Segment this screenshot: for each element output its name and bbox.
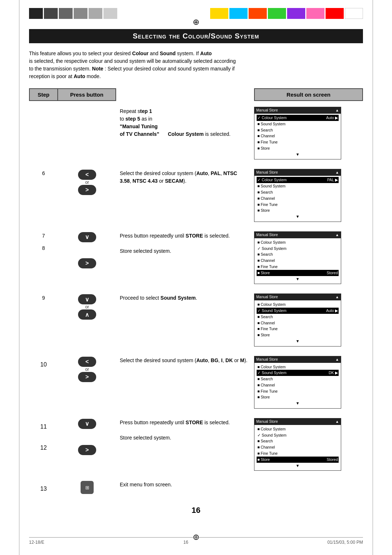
step-number-7-8: 7 8	[29, 229, 58, 251]
btn-v-arrow-7: ∨	[78, 232, 96, 242]
result-11-12: Manual Store▲ ■ Colour System ✓ Sound Sy…	[254, 416, 363, 474]
color-block-4	[74, 8, 87, 19]
intro-text: This feature allows you to select your d…	[29, 50, 363, 80]
button-11-12: ∨ >	[58, 416, 116, 458]
color-block-3	[59, 8, 73, 19]
btn-left-arrow: <	[78, 170, 96, 180]
side-line-right	[372, 0, 373, 555]
step-circle-13: 13	[29, 482, 58, 496]
desc-9: Proceed to select Sound System.	[116, 291, 254, 305]
page-title: Selecting the Colour/Sound System	[29, 29, 363, 43]
page-number: 16	[192, 506, 200, 515]
screen-box-1: Manual Store▲ ✓ Colour SystemPAL ▶ ■ Sou…	[254, 169, 341, 222]
btn-right-arrow-12: >	[78, 445, 96, 455]
btn-v-arrow-9: ∨	[78, 294, 96, 304]
screen-box-4: Manual Store▲ ■ Colour System ✓ Sound Sy…	[254, 356, 341, 409]
table-row: Repeat step 1to step 5 as in"Manual Tuni…	[29, 105, 363, 163]
color-cyan	[229, 8, 248, 19]
step-circle-6: 6	[29, 170, 58, 176]
result-6: Manual Store▲ ✓ Colour SystemPAL ▶ ■ Sou…	[254, 167, 363, 225]
color-block-6	[103, 8, 117, 19]
step-circle-12: 12	[29, 441, 58, 455]
table-row: 6 < or > Select the desired colour syste…	[29, 167, 363, 225]
result-13	[254, 478, 363, 482]
table-row: 13 ⊞ Exit menu from screen.	[29, 478, 363, 497]
step-circle-10: 10	[29, 357, 58, 372]
footer: 12-18/E 16 01/15/03, 5:00 PM	[29, 537, 363, 545]
btn-right-arrow-8: >	[78, 258, 96, 268]
result-10: Manual Store▲ ■ Colour System ✓ Sound Sy…	[254, 354, 363, 412]
result-1-5: Manual Store▲ ✓ Colour SystemAuto ▶ ■ So…	[254, 105, 363, 163]
btn-left-arrow-10: <	[78, 357, 96, 367]
step-circle-8: 8	[29, 245, 58, 251]
btn-right-arrow: >	[78, 185, 96, 195]
btn-right-arrow-10: >	[78, 372, 96, 382]
color-red	[326, 8, 344, 19]
step-circle-11: 11	[29, 420, 58, 434]
main-content: Selecting the Colour/Sound System This f…	[29, 29, 363, 499]
btn-v-arrow-11: ∨	[78, 419, 96, 429]
header-desc-spacer	[116, 88, 254, 101]
desc-6: Select the desired colour system (Auto, …	[116, 167, 254, 188]
desc-7-8: Press button repeatedly until STORE is s…	[116, 229, 254, 258]
screen-box-5: Manual Store▲ ■ Colour System ✓ Sound Sy…	[254, 418, 341, 471]
footer-center: 16	[183, 540, 188, 545]
color-orange	[249, 8, 267, 19]
button-9: ∨ or ∧	[58, 291, 116, 323]
step-number-6: 6	[29, 167, 58, 176]
or-text-10: or	[85, 367, 89, 372]
header-step: Step	[29, 88, 58, 101]
button-7-8: ∨ >	[58, 229, 116, 271]
button-13: ⊞	[58, 478, 116, 497]
color-green	[268, 8, 286, 19]
header-result-on-screen: Result on screen	[254, 88, 363, 101]
screen-box-3: Manual Store▲ ■ Colour System ✓ Sound Sy…	[254, 293, 341, 346]
color-block-5	[89, 8, 102, 19]
footer-right: 01/15/03, 5:00 PM	[327, 540, 363, 545]
color-pink	[306, 8, 324, 19]
step-circle-9: 9	[29, 295, 58, 301]
color-block-1	[29, 8, 43, 19]
color-yellow	[210, 8, 228, 19]
btn-tv-13: ⊞	[81, 481, 94, 494]
table-header: Step Press button Result on screen	[29, 88, 363, 101]
top-bar-left	[29, 7, 117, 20]
or-text-6: or	[85, 180, 89, 185]
table-row: 7 8 ∨ > Press button repeatedly until ST…	[29, 229, 363, 288]
table-row: 9 ∨ or ∧ Proceed to select Sound System.…	[29, 291, 363, 350]
top-color-bar: ⊕	[0, 7, 392, 20]
side-line-left	[19, 0, 20, 555]
step-number-11-12: 11 12	[29, 416, 58, 455]
desc-10: Select the desired sound system (Auto, B…	[116, 354, 254, 367]
footer-left: 12-18/E	[29, 540, 44, 545]
step-number-9: 9	[29, 291, 58, 301]
or-text-9: or	[85, 304, 89, 309]
screen-box-0: Manual Store▲ ✓ Colour SystemAuto ▶ ■ So…	[254, 107, 341, 159]
step-number-13: 13	[29, 478, 58, 496]
button-6: < or >	[58, 167, 116, 198]
color-white	[345, 8, 363, 19]
step-circle-7: 7	[29, 233, 58, 239]
desc-1-5: Repeat step 1to step 5 as in"Manual Tuni…	[116, 105, 254, 141]
btn-up-arrow-9: ∧	[78, 309, 96, 320]
desc-13: Exit menu from screen.	[116, 478, 254, 491]
header-press-button: Press button	[58, 88, 116, 101]
top-crosshair: ⊕	[191, 17, 201, 28]
button-10: < or >	[58, 354, 116, 385]
result-7-8: Manual Store▲ ■ Colour System ✓ Sound Sy…	[254, 229, 363, 288]
desc-11-12: Press button repeatedly until STORE is s…	[116, 416, 254, 445]
result-9: Manual Store▲ ■ Colour System ✓ Sound Sy…	[254, 291, 363, 350]
color-purple	[287, 8, 305, 19]
screen-box-2: Manual Store▲ ■ Colour System ✓ Sound Sy…	[254, 231, 341, 284]
table-row: 10 < or > Select the desired sound syste…	[29, 354, 363, 412]
top-bar-right	[210, 7, 363, 20]
table-row: 11 12 ∨ > Press button repeatedly until …	[29, 416, 363, 474]
step-number-10: 10	[29, 354, 58, 372]
color-block-2	[44, 8, 58, 19]
